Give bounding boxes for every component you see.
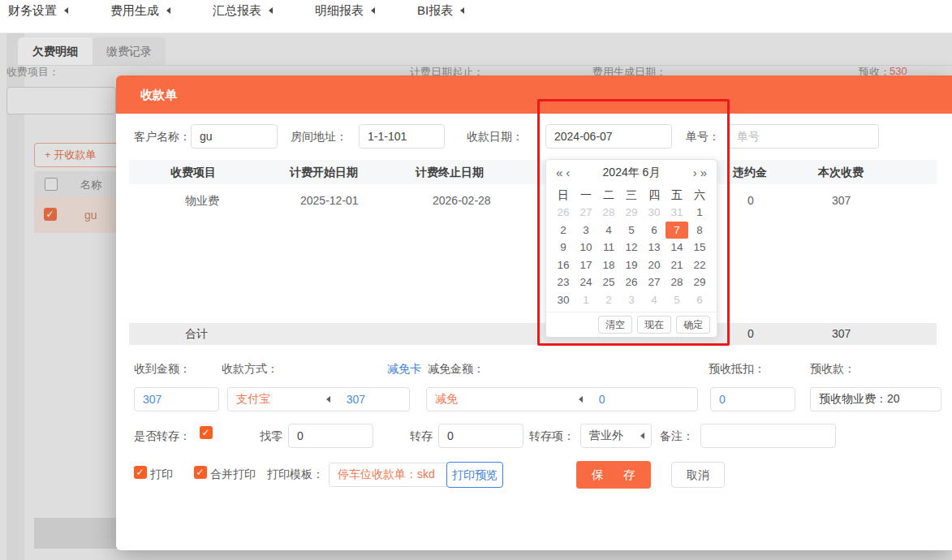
calendar-day[interactable]: 30	[552, 291, 575, 309]
calendar-day[interactable]: 23	[552, 274, 575, 291]
calendar-day[interactable]: 3	[575, 222, 597, 239]
calendar-day[interactable]: 11	[597, 239, 620, 256]
calendar-footer-button[interactable]: 现在	[637, 316, 671, 334]
discount-amount-value: 0	[589, 393, 605, 406]
prev-month-button[interactable]: ‹	[564, 161, 571, 185]
calendar-day[interactable]: 19	[620, 256, 643, 274]
calendar-day[interactable]: 4	[643, 291, 666, 309]
calendar-day[interactable]: 25	[597, 274, 620, 291]
calendar-day[interactable]: 6	[688, 291, 711, 309]
calendar-day[interactable]: 9	[552, 239, 575, 256]
calendar-days-grid: 2627282930311234567891011121314151617181…	[546, 204, 718, 308]
prepaid-label: 预收款：	[810, 362, 855, 377]
collapse-caret-icon	[371, 7, 375, 14]
calendar-day[interactable]: 20	[643, 256, 666, 274]
calendar-day[interactable]: 12	[620, 239, 643, 256]
change-input[interactable]	[288, 424, 373, 448]
calendar-day[interactable]: 15	[688, 239, 711, 256]
print-checkbox[interactable]	[134, 466, 147, 479]
calendar-day[interactable]: 27	[575, 204, 597, 222]
calendar-day[interactable]: 16	[552, 256, 575, 274]
calendar-day[interactable]: 4	[597, 222, 620, 239]
transfer-item-select[interactable]: 营业外	[580, 424, 652, 448]
calendar-day[interactable]: 22	[688, 256, 711, 274]
prev-year-button[interactable]: «	[554, 161, 564, 185]
calendar-month-title: 2024年 6月	[571, 166, 691, 180]
prepaid-input[interactable]	[810, 387, 941, 411]
calendar-header: « ‹ 2024年 6月 › »	[546, 160, 717, 186]
calendar-day[interactable]: 26	[620, 274, 643, 291]
calendar-day[interactable]: 29	[688, 274, 711, 291]
top-nav: 财务设置 费用生成 汇总报表 明细报表 BI报表	[0, 0, 952, 33]
nav-menu-item[interactable]: 费用生成	[110, 0, 170, 21]
total-amount: 307	[832, 327, 851, 340]
calendar-day[interactable]: 31	[666, 204, 688, 222]
cancel-button[interactable]: 取消	[671, 462, 725, 488]
nav-menu-item[interactable]: 汇总报表	[213, 0, 273, 21]
calendar-day[interactable]: 5	[620, 222, 643, 239]
calendar-day[interactable]: 17	[575, 256, 597, 274]
date-picker-popup: « ‹ 2024年 6月 › » 日一二三四五六 262728293031123…	[545, 159, 717, 338]
is-transfer-checkbox[interactable]	[200, 426, 213, 439]
select-caret-icon	[326, 396, 330, 403]
customer-name-label: 客户名称：	[134, 130, 191, 144]
calendar-day[interactable]: 2	[552, 222, 575, 239]
calendar-day[interactable]: 28	[666, 274, 688, 291]
bill-number-input[interactable]	[728, 124, 879, 149]
calendar-day[interactable]: 27	[643, 274, 666, 291]
next-month-button[interactable]: ›	[691, 161, 699, 185]
nav-menu-item[interactable]: 明细报表	[315, 0, 375, 21]
calendar-day[interactable]: 1	[688, 204, 711, 222]
remark-input[interactable]	[700, 424, 836, 448]
calendar-day[interactable]: 21	[666, 256, 688, 274]
payment-method-select[interactable]: 支付宝	[228, 392, 337, 407]
calendar-day[interactable]: 24	[575, 274, 597, 291]
room-address-input[interactable]	[359, 124, 445, 149]
weekday-label: 二	[597, 186, 620, 204]
calendar-day[interactable]: 5	[666, 291, 688, 309]
calendar-day[interactable]: 28	[597, 204, 620, 222]
receipt-date-input[interactable]	[545, 124, 672, 149]
print-preview-button[interactable]: 打印预览	[446, 462, 503, 488]
calendar-day[interactable]: 13	[643, 239, 666, 256]
print-template-select[interactable]: 停车位收款单：skd	[329, 463, 461, 487]
weekday-label: 三	[620, 186, 643, 204]
received-amount-label: 收到金额：	[134, 362, 191, 377]
nav-menu-label: 费用生成	[110, 3, 159, 19]
col-penalty: 违约金	[733, 166, 767, 180]
calendar-day[interactable]: 10	[575, 239, 597, 256]
calendar-day[interactable]: 3	[620, 291, 643, 309]
calendar-day[interactable]: 6	[643, 222, 666, 239]
calendar-day[interactable]: 30	[643, 204, 666, 222]
calendar-footer-button[interactable]: 清空	[598, 316, 632, 334]
calendar-day[interactable]: 14	[666, 239, 688, 256]
calendar-day[interactable]: 1	[575, 291, 597, 309]
calendar-day[interactable]: 2	[597, 291, 620, 309]
calendar-day[interactable]: 29	[620, 204, 643, 222]
calendar-day[interactable]: 26	[552, 204, 575, 222]
payment-method-amount: 307	[337, 393, 365, 406]
calendar-day[interactable]: 7	[666, 222, 688, 239]
calendar-footer-button[interactable]: 确定	[676, 316, 710, 334]
col-end-date: 计费终止日期	[416, 166, 484, 180]
save-button[interactable]: 保 存	[576, 461, 651, 489]
prepaid-deduct-input[interactable]	[710, 387, 795, 411]
discount-card-link[interactable]: 减免卡	[387, 362, 421, 377]
nav-menu-item[interactable]: 财务设置	[8, 0, 68, 21]
customer-name-input[interactable]	[191, 124, 278, 149]
weekday-label: 四	[643, 186, 666, 204]
payment-method-value: 支付宝	[236, 392, 270, 407]
calendar-day[interactable]: 8	[688, 222, 711, 239]
merge-print-checkbox[interactable]	[194, 466, 207, 479]
discount-select[interactable]: 减免	[427, 392, 589, 407]
next-year-button[interactable]: »	[699, 161, 709, 185]
table-header-band	[129, 160, 937, 184]
nav-menu-item[interactable]: BI报表	[417, 0, 464, 21]
transfer-input[interactable]	[438, 424, 523, 448]
payment-method-combo[interactable]: 支付宝 307	[227, 387, 410, 411]
select-caret-icon	[579, 396, 583, 403]
receipt-modal: 收款单 客户名称： 房间地址： 收款日期： 单号： 收费项目 计费开始日期 计费…	[116, 75, 952, 550]
calendar-day[interactable]: 18	[597, 256, 620, 274]
discount-combo[interactable]: 减免 0	[426, 387, 698, 411]
received-amount-input[interactable]	[134, 387, 219, 411]
